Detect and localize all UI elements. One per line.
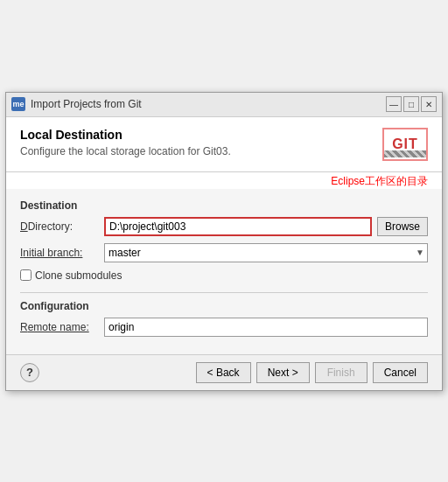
maximize-button[interactable]: □ bbox=[403, 96, 419, 112]
annotation-text: Eclipse工作区的目录 bbox=[6, 172, 442, 189]
clone-submodules-checkbox[interactable] bbox=[20, 269, 32, 281]
footer-left: ? bbox=[20, 363, 39, 382]
remote-name-row: Remote name: bbox=[20, 318, 428, 337]
destination-section-label: Destination bbox=[20, 199, 428, 212]
finish-button[interactable]: Finish bbox=[315, 362, 368, 383]
configuration-section-label: Configuration bbox=[20, 300, 428, 312]
initial-branch-row: Initial branch: master ▼ bbox=[20, 243, 428, 262]
initial-branch-select[interactable]: master bbox=[104, 243, 428, 262]
clone-submodules-label: Clone submodules bbox=[35, 269, 122, 282]
browse-button[interactable]: Browse bbox=[377, 217, 428, 236]
back-button[interactable]: < Back bbox=[196, 362, 251, 383]
git-logo-decoration bbox=[384, 150, 426, 157]
dialog-header: Local Destination Configure the local st… bbox=[6, 117, 442, 172]
app-icon: me bbox=[11, 97, 25, 111]
window-controls: — □ ✕ bbox=[386, 96, 437, 112]
footer-buttons: < Back Next > Finish Cancel bbox=[39, 362, 428, 383]
remote-name-label: Remote name: bbox=[20, 321, 99, 333]
remote-name-input[interactable] bbox=[104, 318, 428, 337]
help-button[interactable]: ? bbox=[20, 363, 39, 382]
initial-branch-wrapper: master ▼ bbox=[104, 243, 428, 262]
dialog-footer: ? < Back Next > Finish Cancel bbox=[6, 354, 442, 390]
git-logo: GIT bbox=[382, 128, 428, 161]
next-button[interactable]: Next > bbox=[256, 362, 310, 383]
close-button[interactable]: ✕ bbox=[421, 96, 437, 112]
cancel-button[interactable]: Cancel bbox=[373, 362, 428, 383]
initial-branch-label: Initial branch: bbox=[20, 247, 99, 259]
section-separator bbox=[20, 292, 428, 293]
directory-row: DDirectory: Browse bbox=[20, 217, 428, 236]
title-bar: me Import Projects from Git — □ ✕ bbox=[6, 93, 442, 117]
header-left: Local Destination Configure the local st… bbox=[20, 128, 231, 157]
minimize-button[interactable]: — bbox=[386, 96, 402, 112]
header-subtitle: Configure the local storage location for… bbox=[20, 145, 231, 157]
window-title: Import Projects from Git bbox=[31, 98, 381, 110]
dialog-window: me Import Projects from Git — □ ✕ Local … bbox=[5, 92, 443, 391]
header-title: Local Destination bbox=[20, 128, 231, 142]
dialog-content: Destination DDirectory: Browse Initial b… bbox=[6, 189, 442, 354]
directory-input[interactable] bbox=[104, 217, 372, 236]
clone-submodules-row: Clone submodules bbox=[20, 269, 428, 282]
directory-label: DDirectory: bbox=[20, 220, 99, 233]
